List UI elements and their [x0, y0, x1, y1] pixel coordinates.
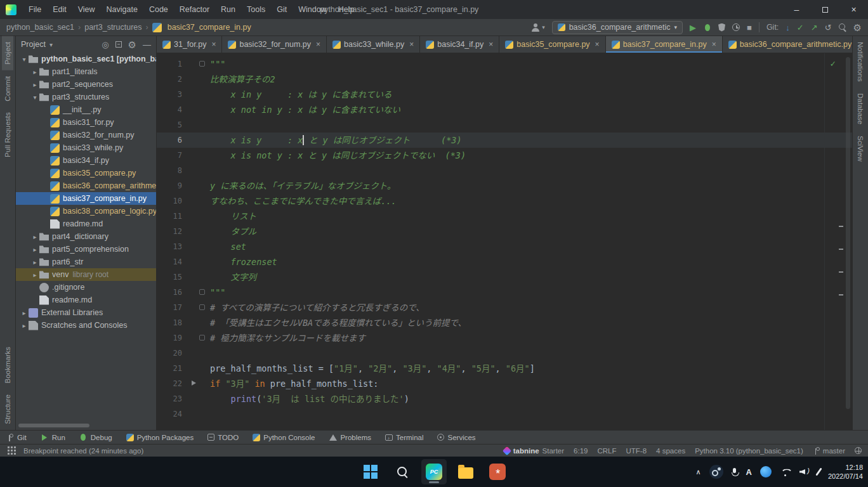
- code-line[interactable]: 16""": [157, 285, 852, 300]
- tree-item[interactable]: basic32_for_num.py: [16, 129, 156, 141]
- line-number[interactable]: 5: [157, 117, 182, 133]
- blue-app-icon[interactable]: [760, 466, 772, 477]
- tree-chevron-icon[interactable]: ▸: [20, 322, 29, 329]
- project-hscrollbar[interactable]: [18, 424, 89, 427]
- tree-item[interactable]: ▾python_basic_sec1 [python_basic]D:¥: [16, 53, 156, 65]
- volume-icon[interactable]: [799, 468, 810, 476]
- code-line[interactable]: 4 x not in y : x は y に含まれていない: [157, 102, 852, 117]
- taskbar-clock[interactable]: 12:18 2022/07/14: [828, 463, 863, 481]
- panel-settings-button[interactable]: ⚙: [128, 40, 136, 49]
- line-separator[interactable]: CRLF: [597, 447, 616, 455]
- line-number[interactable]: 14: [157, 254, 182, 269]
- menu-view[interactable]: View: [72, 0, 101, 19]
- editor-tab[interactable]: basic36_compare_arithmetic.py×: [723, 36, 868, 53]
- menu-run[interactable]: Run: [215, 0, 241, 19]
- code-line[interactable]: 19# 極力簡潔なサンプルコードを載せます: [157, 330, 852, 346]
- code-line[interactable]: 15 文字列: [157, 269, 852, 285]
- code-line[interactable]: 9y に来るのは、「イテラブル」なオブジェクト。: [157, 178, 852, 193]
- tree-item[interactable]: readme.md: [16, 218, 156, 230]
- tree-item[interactable]: __init__.py: [16, 103, 156, 116]
- tree-item[interactable]: ▸part4_dictionary: [16, 230, 156, 243]
- pen-icon[interactable]: [815, 467, 822, 476]
- code-line[interactable]: 11 リスト: [157, 209, 852, 224]
- line-number[interactable]: 4: [157, 102, 182, 117]
- close-tab-icon[interactable]: ×: [211, 40, 216, 49]
- line-number[interactable]: 9: [157, 178, 182, 193]
- tree-item[interactable]: .gitignore: [16, 281, 156, 294]
- minimize-button[interactable]: –: [782, 0, 811, 19]
- editor-tab[interactable]: basic34_if.py×: [420, 36, 499, 53]
- close-button[interactable]: ×: [839, 0, 868, 19]
- tool-button-commit[interactable]: Commit: [2, 70, 13, 107]
- python-interpreter[interactable]: Python 3.10 (python_basic_sec1): [695, 447, 803, 455]
- line-number[interactable]: 19: [157, 330, 182, 346]
- maximize-button[interactable]: [811, 0, 839, 19]
- menu-edit[interactable]: Edit: [47, 0, 72, 19]
- editor-tab[interactable]: basic33_while.py×: [327, 36, 420, 53]
- git-push-button[interactable]: ↗: [811, 23, 818, 32]
- menu-git[interactable]: Git: [271, 0, 293, 19]
- start-button[interactable]: [358, 459, 383, 484]
- code-line[interactable]: 18# 「受講生はエクセルVBAである程度慣れている」という前提で、: [157, 315, 852, 330]
- tool-button-notifications[interactable]: Notifications: [855, 36, 866, 88]
- toolwindow-button-terminal[interactable]: Terminal: [385, 434, 423, 441]
- editor-tab[interactable]: basic32_for_num.py×: [222, 36, 327, 53]
- toolwindow-button-python-console[interactable]: Python Console: [253, 434, 315, 441]
- code-line[interactable]: 2比較演算子その2: [157, 72, 852, 87]
- code-line[interactable]: 3 x in y : x は y に含まれている: [157, 87, 852, 102]
- line-number[interactable]: 13: [157, 239, 182, 254]
- tree-item[interactable]: basic35_compare.py: [16, 167, 156, 179]
- project-panel-title[interactable]: Project: [21, 40, 46, 49]
- breadcrumb-item[interactable]: python_basic_sec1: [6, 23, 74, 32]
- steam-icon[interactable]: [709, 465, 723, 479]
- toolwindow-button-git[interactable]: Git: [6, 433, 27, 441]
- code-line[interactable]: 22if "3月" in pre_half_months_list:: [157, 376, 852, 391]
- tool-button-sciview[interactable]: SciView: [855, 130, 866, 167]
- tree-chevron-icon[interactable]: ▸: [30, 246, 39, 253]
- line-number[interactable]: 11: [157, 209, 182, 224]
- toolwindow-button-services[interactable]: Services: [437, 434, 475, 441]
- locate-file-button[interactable]: ◎: [102, 41, 109, 49]
- editor-tab[interactable]: 31_for.py×: [157, 36, 222, 53]
- code-line[interactable]: 17# すべての演算子について紹介すると冗長すぎるので、: [157, 300, 852, 315]
- code-line[interactable]: 20: [157, 346, 852, 361]
- run-button[interactable]: ▶: [690, 23, 696, 32]
- coverage-button[interactable]: [718, 23, 725, 32]
- code-line[interactable]: 5: [157, 117, 852, 133]
- tree-item[interactable]: basic38_compare_logic.py: [16, 205, 156, 218]
- tree-item[interactable]: basic33_while.py: [16, 141, 156, 154]
- line-number[interactable]: 20: [157, 346, 182, 361]
- editor-tab[interactable]: basic35_compare.py×: [499, 36, 605, 53]
- settings-gear-icon[interactable]: ⚙: [853, 23, 862, 32]
- close-tab-icon[interactable]: ×: [316, 40, 320, 49]
- close-tab-icon[interactable]: ×: [409, 40, 414, 49]
- fold-marker-icon[interactable]: [199, 304, 205, 310]
- tree-chevron-icon[interactable]: ▸: [30, 271, 39, 278]
- line-number[interactable]: 8: [157, 163, 182, 178]
- tool-button-bookmarks[interactable]: Bookmarks: [2, 341, 13, 389]
- close-tab-icon[interactable]: ×: [712, 40, 716, 49]
- tree-item[interactable]: ▸part2_sequences: [16, 78, 156, 91]
- breadcrumb-item[interactable]: part3_structures: [84, 23, 141, 32]
- profiler-button[interactable]: [732, 23, 740, 31]
- toolwindow-button-todo[interactable]: TODO: [207, 434, 239, 441]
- tool-button-project[interactable]: Project: [2, 36, 13, 70]
- line-number[interactable]: 15: [157, 269, 182, 285]
- menu-refactor[interactable]: Refactor: [174, 0, 215, 19]
- tree-item[interactable]: basic36_compare_arithmetic.py: [16, 179, 156, 192]
- breadcrumb-item[interactable]: basic37_compare_in.py: [152, 23, 251, 32]
- toolwindow-button-run[interactable]: Run: [41, 433, 65, 441]
- code-line[interactable]: 7 x is not y : x と y は同じオブジェクトでない (*3): [157, 148, 852, 163]
- toolwindow-button-python-packages[interactable]: Python Packages: [126, 434, 194, 441]
- history-button[interactable]: ↺: [825, 23, 832, 32]
- tabnine-widget[interactable]: tabnine Starter: [504, 447, 564, 455]
- tree-item[interactable]: ▸part5_comprehension: [16, 243, 156, 256]
- menu-code[interactable]: Code: [143, 0, 174, 19]
- toolwindow-button-debug[interactable]: Debug: [79, 433, 112, 441]
- line-number[interactable]: 6: [157, 133, 182, 148]
- tool-button-structure[interactable]: Structure: [2, 389, 13, 430]
- inspection-ok-icon[interactable]: ✓: [831, 58, 836, 68]
- tree-item[interactable]: ▸part6_str: [16, 256, 156, 268]
- tree-item[interactable]: ▸Scratches and Consoles: [16, 319, 156, 332]
- tool-button-database[interactable]: Database: [855, 88, 866, 130]
